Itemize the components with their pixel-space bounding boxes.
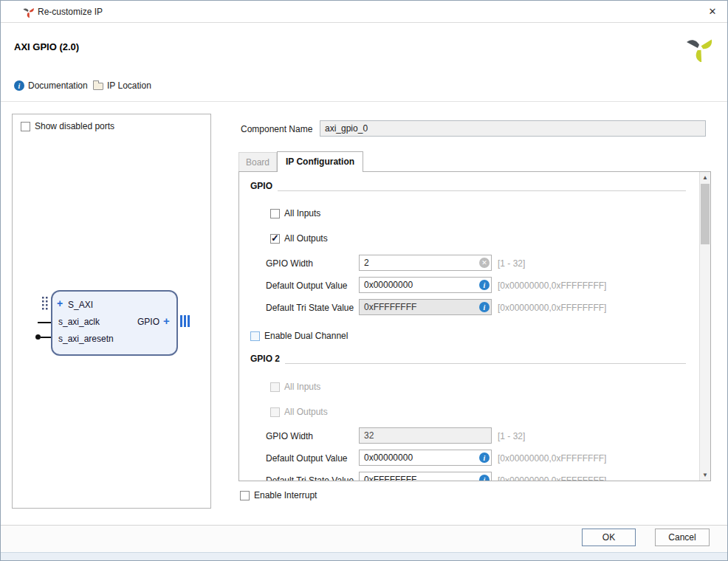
enable-dual-channel-label: Enable Dual Channel: [264, 331, 348, 341]
enable-dual-channel-row: Enable Dual Channel: [250, 331, 348, 341]
ok-button[interactable]: OK: [582, 529, 636, 546]
default-output-label: Default Output Value: [266, 280, 348, 291]
clear-icon[interactable]: ✕: [479, 258, 490, 268]
show-disabled-ports-row: Show disabled ports: [21, 121, 114, 131]
recustomize-ip-dialog: Re-customize IP ✕ AXI GPIO (2.0) i Docum…: [0, 0, 728, 561]
info-icon: i: [479, 280, 490, 290]
gpio-expand-icon[interactable]: +: [163, 314, 170, 327]
interface-label: S_AXI: [68, 300, 93, 310]
close-icon[interactable]: ✕: [705, 5, 720, 18]
gpio2-tri-state-input[interactable]: [359, 472, 492, 481]
gpio-width-input[interactable]: [359, 255, 492, 271]
enable-interrupt-label: Enable Interrupt: [254, 490, 317, 500]
all-outputs-row: All Outputs: [270, 233, 328, 244]
gpio2-all-outputs-label: All Outputs: [284, 407, 328, 417]
reset-pin-label: s_axi_aresetn: [58, 334, 114, 344]
gpio2-default-output-range: [0x00000000,0xFFFFFFFF]: [498, 453, 606, 464]
clk-pin-stub: [38, 322, 51, 323]
gpio2-section-title: GPIO 2: [250, 354, 280, 364]
enable-interrupt-row: Enable Interrupt: [240, 490, 317, 500]
scroll-thumb[interactable]: [701, 184, 710, 244]
enable-dual-channel-checkbox[interactable]: [250, 331, 260, 341]
gpio-width-range: [1 - 32]: [498, 258, 525, 269]
scrollbar[interactable]: ▲ ▼: [699, 172, 710, 481]
info-icon: i: [479, 475, 490, 481]
clk-pin-label: s_axi_aclk: [58, 317, 100, 327]
gpio2-all-inputs-checkbox: [270, 382, 280, 392]
gpio2-all-inputs-row: All Inputs: [270, 382, 320, 392]
gpio-width-label: GPIO Width: [266, 258, 313, 269]
tri-state-input: [359, 299, 492, 315]
enable-interrupt-checkbox[interactable]: [240, 491, 250, 500]
gpio2-section-divider: [285, 363, 686, 364]
all-outputs-label: All Outputs: [284, 233, 328, 244]
all-outputs-checkbox[interactable]: [270, 234, 280, 244]
all-inputs-label: All Inputs: [284, 208, 320, 218]
app-logo-icon: [23, 6, 35, 18]
gpio-section-title: GPIO: [250, 181, 272, 191]
show-disabled-ports-label: Show disabled ports: [35, 121, 114, 131]
window-bottom-edge: [1, 552, 727, 561]
all-inputs-checkbox[interactable]: [270, 209, 280, 218]
window-title: Re-customize IP: [38, 7, 103, 17]
info-icon: i: [479, 452, 490, 463]
titlebar: Re-customize IP ✕: [1, 1, 727, 23]
component-name-label: Component Name: [241, 124, 312, 134]
interface-expand-icon[interactable]: +: [57, 297, 63, 309]
xilinx-logo-icon: [686, 34, 714, 62]
tab-board[interactable]: Board: [238, 152, 277, 171]
show-disabled-ports-checkbox[interactable]: [21, 122, 30, 131]
default-output-range: [0x00000000,0xFFFFFFFF]: [498, 280, 606, 291]
gpio2-all-outputs-checkbox: [270, 407, 280, 417]
resetn-pin-stub: [41, 337, 51, 338]
gpio2-width-label: GPIO Width: [266, 431, 313, 441]
interface-connector-icon: [42, 297, 48, 312]
info-icon: i: [14, 80, 24, 91]
tab-ip-configuration[interactable]: IP Configuration: [277, 151, 363, 172]
gpio2-all-outputs-row: All Outputs: [270, 407, 328, 417]
gpio2-default-output-label: Default Output Value: [266, 453, 348, 464]
resetn-pin-circle-icon: [35, 334, 41, 340]
tri-state-range: [0x00000000,0xFFFFFFFF]: [498, 303, 606, 313]
default-output-input[interactable]: [359, 277, 492, 293]
cancel-button[interactable]: Cancel: [655, 529, 710, 546]
ip-configuration-panel: GPIO All Inputs All Outputs GPIO Width ✕…: [238, 171, 711, 481]
gpio2-tri-state-label: Default Tri State Value: [266, 475, 354, 481]
header-divider: [1, 101, 727, 102]
component-name-field[interactable]: [320, 120, 706, 137]
ip-location-link[interactable]: IP Location: [93, 80, 151, 91]
scroll-up-icon[interactable]: ▲: [700, 172, 710, 183]
gpio-section-divider: [278, 190, 686, 191]
block-diagram-panel: Show disabled ports + S_AXI s_axi_aclk G…: [12, 114, 211, 509]
gpio-port-label: GPIO: [137, 317, 159, 327]
ip-block[interactable]: + S_AXI s_axi_aclk GPIO + s_axi_aresetn: [51, 290, 178, 356]
gpio2-width-range: [1 - 32]: [498, 431, 525, 441]
gpio2-width-input: [359, 427, 492, 444]
folder-icon: [93, 83, 103, 90]
ip-location-link-label: IP Location: [107, 80, 151, 91]
gpio2-tri-state-range: [0x00000000,0xFFFFFFFF]: [498, 475, 606, 481]
gpio-bus-icon: [180, 315, 190, 327]
tri-state-label: Default Tri State Value: [266, 303, 354, 313]
gpio2-default-output-input[interactable]: [359, 450, 492, 466]
documentation-link-label: Documentation: [28, 80, 88, 91]
scroll-down-icon[interactable]: ▼: [700, 469, 710, 481]
info-icon: i: [479, 302, 490, 312]
all-inputs-row: All Inputs: [270, 208, 320, 218]
documentation-link[interactable]: i Documentation: [14, 80, 88, 91]
page-title: AXI GPIO (2.0): [14, 41, 79, 52]
gpio2-all-inputs-label: All Inputs: [284, 382, 320, 392]
